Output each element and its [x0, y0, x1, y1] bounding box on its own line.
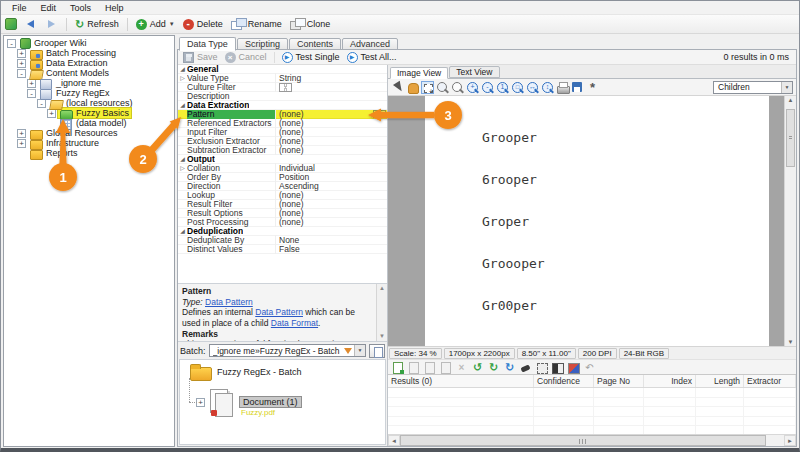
help-type-link[interactable]: Data Pattern — [205, 297, 253, 307]
test-all-button[interactable]: Test All... — [347, 52, 397, 63]
zoom-window-icon[interactable] — [436, 81, 449, 94]
print-icon[interactable] — [556, 81, 569, 94]
property-row[interactable]: Distinct Values False — [178, 245, 387, 254]
menu-item[interactable]: File — [5, 3, 34, 13]
tree-row[interactable]: Reports — [4, 148, 174, 158]
tree-row[interactable]: - Content Models — [4, 68, 174, 78]
delete-button[interactable]: Delete — [179, 16, 227, 33]
ellipsis-button[interactable]: ... — [373, 110, 386, 118]
zoom-out-icon[interactable] — [481, 81, 494, 94]
add-button[interactable]: Add — [132, 16, 179, 33]
batch-dropdown[interactable]: _ignore me»Fuzzy RegEx - Batch — [209, 344, 366, 357]
tab-text-view[interactable]: Text View — [449, 66, 499, 78]
document-thumbnail[interactable] — [209, 388, 235, 418]
copy-page-icon[interactable] — [423, 361, 436, 374]
import-page-icon[interactable] — [391, 361, 404, 374]
column-results[interactable]: Results (0) — [388, 375, 534, 387]
tree-node[interactable]: (data model) — [58, 118, 129, 128]
tree-row[interactable]: - Grooper Wiki — [4, 38, 174, 48]
settings-icon[interactable] — [586, 81, 599, 94]
document-label[interactable]: Document (1) — [239, 396, 302, 408]
tree-row[interactable]: - (local resources) — [4, 98, 174, 108]
data-pattern-link[interactable]: Data Pattern — [255, 307, 303, 317]
scroll-up-icon[interactable]: ▲ — [379, 285, 385, 293]
rotate-left-icon[interactable] — [471, 361, 484, 374]
menu-item[interactable]: Help — [98, 3, 131, 13]
tree-node[interactable]: (local resources) — [48, 98, 135, 108]
horizontal-scrollbar[interactable]: ◄ ► — [388, 434, 796, 446]
tree-expander[interactable]: + — [17, 59, 26, 68]
tree-expander[interactable]: + — [17, 139, 26, 148]
zoom-fit-icon[interactable] — [511, 81, 524, 94]
paste-page-icon[interactable] — [439, 361, 452, 374]
tree-node[interactable]: Reports — [28, 148, 80, 158]
tree-expander[interactable]: - — [27, 89, 36, 98]
tree-node[interactable]: Fuzzy RegEx — [38, 88, 112, 98]
tab-data-type[interactable]: Data Type — [179, 37, 236, 51]
zoom-actual-icon[interactable] — [496, 81, 509, 94]
redact-icon[interactable] — [567, 361, 580, 374]
tab-contents[interactable]: Contents — [289, 38, 341, 50]
zoom-in-icon[interactable] — [466, 81, 479, 94]
zoom-fit-width-icon[interactable] — [526, 81, 539, 94]
document-page[interactable]: Grooper6rooperGroperGroooperGr00per — [425, 96, 769, 346]
tree-node[interactable]: Data Extraction — [28, 58, 110, 68]
rotate-right-icon[interactable] — [487, 361, 500, 374]
delete-page-icon[interactable] — [455, 361, 468, 374]
test-single-button[interactable]: Test Single — [282, 52, 340, 63]
document-expander[interactable]: + — [196, 398, 205, 407]
tab-advanced[interactable]: Advanced — [342, 38, 398, 50]
eraser-icon[interactable] — [519, 361, 532, 374]
refresh-button[interactable]: Refresh — [71, 16, 123, 33]
cancel-button[interactable]: Cancel — [225, 52, 267, 63]
image-canvas[interactable]: Grooper6rooperGroperGroooperGr00per ▲ ▼ — [388, 96, 796, 346]
tab-image-view[interactable]: Image View — [390, 67, 448, 79]
export-page-icon[interactable] — [407, 361, 420, 374]
zoom-fit-height-icon[interactable] — [541, 81, 554, 94]
column-page-no[interactable]: Page No — [594, 375, 644, 387]
save-button[interactable]: Save — [183, 52, 218, 63]
tab-scripting[interactable]: Scripting — [237, 38, 288, 50]
undo-icon[interactable] — [583, 361, 596, 374]
export-icon[interactable] — [571, 81, 584, 94]
tree-node[interactable]: Global Resources — [28, 128, 120, 138]
column-index[interactable]: Index — [644, 375, 696, 387]
tree-row[interactable]: + Infrastructure — [4, 138, 174, 148]
back-button[interactable] — [20, 16, 41, 33]
children-dropdown[interactable]: Children — [713, 81, 793, 94]
tree-node[interactable]: Fuzzy Basics — [58, 108, 131, 118]
tree-expander[interactable]: - — [37, 99, 46, 108]
data-format-link[interactable]: Data Format — [271, 318, 318, 328]
chevron-down-icon[interactable] — [354, 345, 365, 356]
scroll-right-icon[interactable]: ► — [784, 435, 796, 446]
tree-node[interactable]: Grooper Wiki — [18, 38, 89, 48]
column-confidence[interactable]: Confidence — [534, 375, 594, 387]
scrollbar-thumb[interactable] — [400, 435, 766, 446]
marquee-zoom-icon[interactable] — [421, 81, 434, 94]
column-length[interactable]: Length — [696, 375, 744, 387]
scroll-down-icon[interactable]: ▼ — [379, 333, 385, 341]
scroll-down-icon[interactable]: ▼ — [785, 339, 796, 345]
tree-row[interactable]: + Batch Processing — [4, 48, 174, 58]
zoom-selection-icon[interactable] — [451, 81, 464, 94]
open-batch-button[interactable] — [369, 344, 385, 358]
binarize-icon[interactable] — [551, 361, 564, 374]
scroll-left-icon[interactable]: ◄ — [388, 435, 400, 446]
menu-item[interactable]: Edit — [34, 3, 64, 13]
tree-expander[interactable]: - — [17, 69, 26, 78]
batch-root-node[interactable]: Fuzzy RegEx - Batch — [180, 360, 385, 380]
tree-row[interactable]: + Global Resources — [4, 128, 174, 138]
tree-node[interactable]: Infrastructure — [28, 138, 101, 148]
menu-item[interactable]: Tools — [63, 3, 98, 13]
reprocess-icon[interactable] — [503, 361, 516, 374]
tree-row[interactable]: (data model) — [4, 118, 174, 128]
tree-expander[interactable]: + — [17, 129, 26, 138]
tree-expander[interactable]: + — [17, 49, 26, 58]
tree-node[interactable]: Batch Processing — [28, 48, 118, 58]
vertical-scrollbar[interactable]: ▲ ▼ — [784, 96, 796, 346]
scrollbar-thumb[interactable] — [786, 109, 795, 167]
tree-expander[interactable]: - — [7, 39, 16, 48]
pan-icon[interactable] — [406, 81, 419, 94]
tree-node[interactable]: Content Models — [28, 68, 111, 78]
tree-expander[interactable] — [47, 119, 56, 128]
